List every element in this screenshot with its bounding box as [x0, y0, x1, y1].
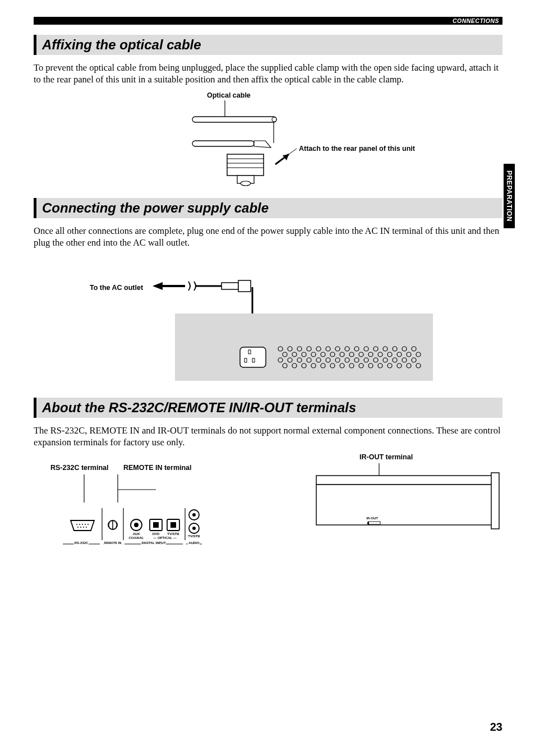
header-title: CONNECTIONS: [453, 17, 499, 24]
rs232-label: RS-232C terminal: [50, 464, 109, 472]
rs232-panel-icon: AUX COAXIAL DVD TV/STB — OPTICAL — TV/ST…: [34, 459, 224, 554]
svg-text:DVD: DVD: [153, 532, 160, 536]
svg-marker-13: [153, 282, 163, 290]
body-power: Once all other connections are complete,…: [34, 225, 502, 249]
svg-text:RS-232C: RS-232C: [75, 541, 89, 545]
figure-terminals: RS-232C terminal REMOTE IN terminal: [34, 459, 502, 554]
svg-point-97: [83, 527, 84, 528]
svg-point-98: [86, 527, 87, 528]
svg-text:IR-OUT: IR-OUT: [366, 517, 378, 520]
svg-rect-23: [245, 358, 247, 362]
terminals-left-diagram: RS-232C terminal REMOTE IN terminal: [34, 459, 230, 554]
body-terminals: The RS-232C, REMOTE IN and IR-OUT termin…: [34, 425, 502, 449]
ir-out-label: IR-OUT terminal: [359, 453, 413, 461]
svg-point-2: [272, 117, 276, 122]
svg-rect-131: [491, 473, 499, 529]
ac-outlet-label: To the AC outlet: [90, 284, 143, 292]
figure-power: To the AC outlet: [90, 266, 443, 386]
svg-point-104: [134, 523, 139, 527]
svg-point-90: [76, 524, 77, 525]
attach-label: Attach to the rear panel of this unit: [299, 145, 439, 153]
svg-point-112: [192, 527, 196, 530]
svg-point-91: [79, 524, 80, 525]
svg-rect-24: [252, 358, 255, 362]
svg-text:— OPTICAL —: — OPTICAL —: [153, 536, 177, 540]
svg-point-110: [192, 513, 196, 517]
svg-rect-4: [192, 141, 254, 146]
svg-rect-20: [175, 314, 433, 381]
heading-terminals: About the RS-232C/REMOTE IN/IR-OUT termi…: [34, 398, 502, 418]
svg-rect-130: [316, 485, 496, 525]
svg-point-94: [87, 524, 89, 525]
svg-text:REMOTE IN: REMOTE IN: [104, 541, 122, 545]
body-optical: To prevent the optical cable from being …: [34, 62, 502, 86]
optical-cable-diagram: [159, 91, 400, 187]
svg-rect-108: [170, 522, 176, 528]
svg-text:AUX: AUX: [133, 532, 140, 536]
svg-point-95: [77, 527, 79, 528]
svg-text:TV/STB: TV/STB: [188, 534, 200, 538]
remote-in-label: REMOTE IN terminal: [123, 464, 192, 472]
figure-optical: Optical cable Attach to the rear panel o…: [34, 91, 502, 187]
svg-point-92: [82, 524, 83, 525]
svg-rect-106: [153, 522, 159, 528]
terminals-right-diagram: IR-OUT terminal IR-OUT: [306, 459, 502, 554]
svg-point-93: [85, 524, 86, 525]
svg-rect-129: [316, 476, 496, 485]
svg-rect-22: [248, 350, 251, 354]
side-tab-preparation: PREPARATION: [504, 164, 515, 228]
optical-cable-label: Optical cable: [207, 91, 251, 99]
svg-text:DIGITAL INPUT: DIGITAL INPUT: [141, 541, 165, 545]
svg-rect-17: [238, 280, 251, 292]
svg-rect-5: [227, 154, 264, 176]
svg-rect-1: [192, 117, 276, 122]
heading-power: Connecting the power supply cable: [34, 198, 502, 218]
svg-point-96: [80, 527, 81, 528]
svg-rect-21: [240, 347, 266, 367]
heading-optical: Affixing the optical cable: [34, 35, 502, 55]
page-number: 23: [490, 721, 502, 734]
ir-out-panel-icon: IR-OUT: [306, 459, 502, 543]
svg-text:TV/STB: TV/STB: [167, 532, 179, 536]
svg-text:AUDIO: AUDIO: [188, 541, 200, 545]
header-bar: CONNECTIONS: [34, 17, 502, 25]
svg-line-12: [289, 149, 297, 154]
svg-text:COAXIAL: COAXIAL: [129, 536, 144, 540]
svg-point-10: [241, 181, 251, 186]
svg-rect-16: [222, 283, 238, 289]
